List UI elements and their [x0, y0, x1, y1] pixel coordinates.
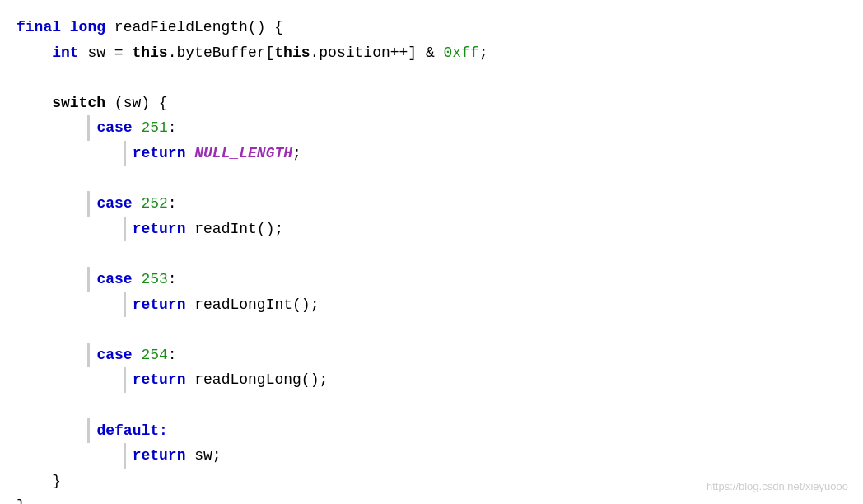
code-line: case 252:	[16, 191, 847, 217]
code-token: .byteBuffer[	[168, 40, 275, 66]
code-bar	[87, 267, 90, 292]
code-line: return NULL_LENGTH;	[16, 141, 847, 166]
code-token: ;	[479, 40, 488, 66]
code-token: return	[133, 292, 195, 318]
code-token: case	[96, 343, 141, 368]
code-token: }	[52, 469, 61, 494]
code-line	[16, 393, 847, 418]
code-token: long	[70, 15, 114, 40]
code-token: 0xff	[444, 40, 479, 66]
code-bar	[87, 418, 90, 444]
code-token: int	[52, 40, 87, 66]
code-token: 251	[141, 115, 167, 141]
code-bar	[124, 367, 126, 393]
code-token: final	[16, 15, 70, 40]
code-line: int sw = this.byteBuffer[this.position++…	[16, 40, 847, 66]
code-token: this	[132, 40, 167, 66]
code-line: case 253:	[16, 267, 847, 292]
code-token: this	[274, 40, 310, 66]
code-token: 252	[141, 191, 167, 217]
code-token: (sw) {	[114, 91, 168, 116]
code-line: default:	[16, 418, 847, 444]
code-line: return readInt();	[16, 217, 847, 242]
code-line: final long readFieldLength() {	[16, 15, 847, 40]
code-line: }	[16, 493, 847, 504]
code-bar	[87, 191, 90, 217]
code-line: return readLongInt();	[16, 292, 847, 318]
code-token: readLongLong();	[194, 367, 328, 393]
code-bar	[124, 217, 126, 242]
code-token: 253	[141, 267, 167, 292]
code-token: 254	[141, 343, 167, 368]
code-token: case	[96, 267, 141, 292]
code-token: sw =	[87, 40, 132, 66]
code-token: .position++] &	[310, 40, 444, 66]
code-line: return sw;	[16, 443, 847, 469]
code-token: switch	[52, 91, 114, 116]
code-token: readLongInt();	[194, 292, 319, 318]
code-line: return readLongLong();	[16, 367, 847, 393]
code-line	[16, 65, 847, 91]
code-token: case	[96, 115, 141, 141]
code-bar	[124, 141, 126, 166]
code-line	[16, 166, 847, 192]
code-line: switch (sw) {	[16, 91, 847, 116]
code-bar	[124, 443, 126, 469]
code-token: return	[133, 217, 195, 242]
code-line: case 254:	[16, 343, 847, 368]
code-token: ;	[292, 141, 301, 166]
code-token: return	[133, 443, 195, 469]
code-bar	[87, 115, 90, 141]
code-token: default:	[96, 418, 167, 444]
watermark: https://blog.csdn.net/xieyuooo	[707, 480, 848, 492]
code-token: readInt();	[194, 217, 283, 242]
code-token: }	[16, 493, 26, 504]
code-block: final long readFieldLength() { int sw = …	[16, 15, 847, 504]
code-container: final long readFieldLength() { int sw = …	[0, 0, 863, 504]
code-bar	[124, 292, 126, 318]
code-token: :	[168, 267, 177, 292]
code-token: return	[133, 141, 195, 166]
code-token: :	[168, 191, 177, 217]
code-token: return	[133, 367, 195, 393]
code-token: sw;	[194, 443, 221, 469]
code-line	[16, 317, 847, 343]
code-token: readFieldLength() {	[114, 15, 283, 40]
code-token: NULL_LENGTH	[194, 141, 292, 166]
code-line	[16, 241, 847, 267]
code-line: case 251:	[16, 115, 847, 141]
code-token: :	[168, 115, 177, 141]
code-token: :	[168, 343, 177, 368]
code-token: case	[96, 191, 141, 217]
code-bar	[87, 343, 90, 368]
